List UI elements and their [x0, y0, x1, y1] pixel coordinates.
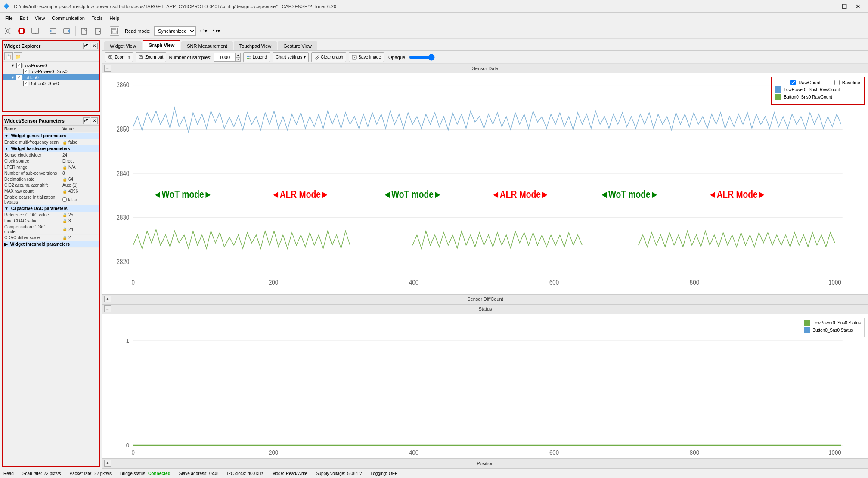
statusbar-logging: Logging: OFF — [371, 471, 397, 476]
checkbox-button0-sns0[interactable] — [23, 81, 28, 86]
checkbox-button0[interactable] — [16, 75, 22, 80]
sensor-diffcount-title: Sensor DiffCount — [467, 296, 503, 302]
param-value-multifreq[interactable]: 🔒 false — [61, 139, 99, 145]
minimize-button[interactable]: — — [824, 2, 837, 11]
param-name-comp-cdac: Compensation CDAC divider — [3, 224, 61, 235]
stop-icon — [18, 27, 25, 35]
statusbar-i2c: I2C clock: 400 kHz — [227, 471, 264, 476]
monitor-icon-btn[interactable] — [29, 25, 41, 37]
legend-button[interactable]: Legend — [243, 52, 270, 62]
export-icon-btn[interactable] — [78, 25, 90, 37]
statusbar-read-label: Read — [3, 471, 14, 476]
undo-button[interactable]: ↩▾ — [198, 25, 210, 37]
tab-graph-view[interactable]: Graph View — [143, 40, 180, 50]
checkbox-lowpower0-sns0[interactable] — [23, 69, 28, 74]
save-icon-btn[interactable] — [110, 26, 119, 36]
svg-rect-10 — [112, 31, 117, 33]
param-value-fine-cdac[interactable]: 🔒 3 — [61, 218, 99, 224]
param-name-decimation: Decimation rate — [3, 176, 61, 182]
lock-icon-multifreq: 🔒 — [62, 140, 67, 145]
svg-text:◄WoT mode►: ◄WoT mode► — [600, 188, 659, 200]
samples-down-btn[interactable]: ▼ — [236, 57, 241, 62]
svg-text:2840: 2840 — [117, 169, 130, 177]
back-icon-btn[interactable] — [47, 25, 59, 37]
menu-help[interactable]: Help — [106, 15, 123, 22]
lock-icon-dither: 🔒 — [62, 236, 67, 240]
param-value-dither[interactable]: 🔒 2 — [61, 235, 99, 241]
menu-tools[interactable]: Tools — [88, 15, 106, 22]
chart-settings-button[interactable]: Chart settings ▾ — [273, 52, 309, 62]
baseline-checkbox[interactable] — [834, 80, 840, 85]
menu-communication[interactable]: Communication — [48, 15, 88, 22]
param-value-comp-cdac[interactable]: 🔒 24 — [61, 224, 99, 235]
import-icon-btn[interactable] — [92, 25, 104, 37]
tab-widget-view[interactable]: Widget View — [104, 41, 142, 50]
clear-graph-button[interactable]: Clear graph — [311, 52, 346, 62]
sensor-diffcount-expand-btn[interactable]: + — [104, 296, 111, 302]
settings-icon-btn[interactable] — [2, 25, 14, 37]
svg-text:600: 600 — [549, 278, 559, 286]
params-close-btn[interactable]: ✕ — [91, 117, 98, 124]
param-row-comp-cdac: Compensation CDAC divider 🔒 24 — [3, 224, 99, 235]
close-button[interactable]: ✕ — [852, 2, 865, 11]
param-value-ref-cdac[interactable]: 🔒 25 — [61, 212, 99, 218]
tree-item-lowpower0-sns0[interactable]: LowPower0_Sns0 — [3, 68, 99, 74]
svg-text:1000: 1000 — [828, 449, 841, 456]
forward-icon-btn[interactable] — [61, 25, 73, 37]
svg-text:◄ALR Mode►: ◄ALR Mode► — [272, 188, 329, 200]
samples-up-btn[interactable]: ▲ — [236, 53, 241, 57]
tree-item-button0[interactable]: ▼ Button0 — [3, 74, 99, 80]
tab-touchpad-view[interactable]: Touchpad View — [234, 41, 277, 50]
window-controls: — ☐ ✕ — [824, 2, 865, 11]
param-value-coarse[interactable]: false — [61, 194, 99, 205]
status-collapse-btn[interactable]: − — [104, 305, 111, 312]
svg-text:2850: 2850 — [117, 125, 130, 133]
param-value-clock-divider[interactable]: 24 — [61, 152, 99, 158]
checkbox-lowpower0[interactable] — [16, 63, 22, 68]
redo-button[interactable]: ↪▾ — [211, 25, 223, 37]
statusbar-slave: Slave address: 0x08 — [179, 471, 219, 476]
sensor-data-canvas: 2860 2850 2840 2830 2820 — [102, 73, 868, 294]
param-val-ref-cdac: 25 — [68, 213, 73, 217]
samples-label: Number of samples: — [169, 55, 211, 60]
zoom-in-button[interactable]: Zoom in — [105, 52, 133, 62]
legend-label-button: Button0_Sns0 RawCount — [784, 95, 832, 99]
opaque-slider[interactable] — [409, 54, 435, 61]
checkbox-coarse[interactable] — [62, 197, 67, 202]
tab-snr-measurement[interactable]: SNR Measurement — [181, 41, 233, 50]
tree-expand-all-btn[interactable]: 📋 — [4, 52, 13, 60]
chart-settings-label: Chart settings — [276, 55, 302, 59]
separator2 — [75, 26, 76, 36]
statusbar-supply-label: Supply voltage: — [316, 471, 345, 476]
tree-item-button0-sns0[interactable]: Button0_Sns0 — [3, 80, 99, 86]
sensor-data-collapse-btn[interactable]: − — [104, 65, 111, 72]
sensor-data-svg: 2860 2850 2840 2830 2820 — [102, 73, 868, 294]
param-value-subconv[interactable]: 8 — [61, 170, 99, 176]
menu-file[interactable]: File — [2, 15, 16, 22]
widget-explorer-restore-btn[interactable]: 🗗 — [83, 43, 90, 49]
params-restore-btn[interactable]: 🗗 — [83, 117, 90, 124]
widget-explorer-close-btn[interactable]: ✕ — [91, 43, 98, 49]
save-image-button[interactable]: Save image — [349, 52, 384, 62]
rawcount-checkbox[interactable] — [790, 80, 796, 85]
samples-input[interactable] — [214, 53, 236, 62]
param-value-decimation[interactable]: 🔒 64 — [61, 176, 99, 182]
menu-view[interactable]: View — [31, 15, 49, 22]
params-panel-header: Widget/Sensor Parameters 🗗 ✕ — [3, 116, 99, 126]
widget-tree: 📋 📁 ▼ LowPower0 LowPower0_Sns0 ▼ — [3, 51, 99, 111]
read-mode-select[interactable]: Synchronized Auto — [154, 26, 196, 36]
position-expand-btn[interactable]: + — [104, 460, 111, 467]
tab-gesture-view[interactable]: Gesture View — [278, 41, 317, 50]
tree-item-lowpower0[interactable]: ▼ LowPower0 — [3, 62, 99, 68]
tree-collapse-all-btn[interactable]: 📁 — [14, 52, 22, 60]
menu-edit[interactable]: Edit — [16, 15, 31, 22]
maximize-button[interactable]: ☐ — [838, 2, 851, 11]
zoom-out-button[interactable]: Zoom out — [136, 52, 166, 62]
stop-icon-btn[interactable] — [16, 25, 28, 37]
tree-label-lowpower0-sns0: LowPower0_Sns0 — [29, 69, 68, 74]
tree-label-button0-sns0: Button0_Sns0 — [29, 81, 59, 86]
title-bar: 🔷 C:/mtw/mtb-example-psoc4-msclp-low-pow… — [0, 0, 868, 13]
statusbar-scan-rate: Scan rate: 22 pkts/s — [22, 471, 61, 476]
svg-text:2820: 2820 — [117, 258, 130, 266]
param-name-clock-source: Clock source — [3, 158, 61, 164]
